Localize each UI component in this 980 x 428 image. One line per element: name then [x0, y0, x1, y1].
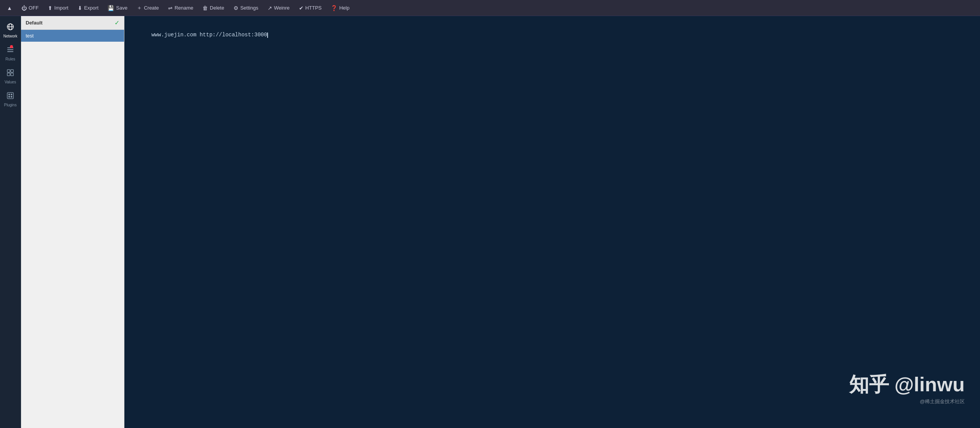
- svg-rect-4: [7, 49, 13, 50]
- rule-list-panel: Default ✓ test: [21, 16, 124, 428]
- watermark-main-text: 知乎 @linwu: [849, 371, 965, 398]
- svg-rect-10: [7, 93, 13, 99]
- values-label: Values: [5, 80, 16, 84]
- rule-item-test-label: test: [26, 33, 34, 39]
- rule-item-test[interactable]: test: [21, 30, 124, 42]
- rule-list-checkmark: ✓: [114, 19, 119, 26]
- rename-icon: ⇌: [168, 5, 173, 11]
- watermark-sub-text: @稀土掘金技术社区: [849, 398, 965, 405]
- import-label: Import: [54, 5, 69, 11]
- save-label: Save: [116, 5, 127, 11]
- import-button[interactable]: ⬆ Import: [44, 3, 72, 13]
- sidebar: Network Rules Values: [0, 16, 21, 428]
- settings-label: Settings: [240, 5, 258, 11]
- svg-rect-8: [7, 73, 10, 76]
- export-label: Export: [84, 5, 99, 11]
- delete-label: Delete: [210, 5, 224, 11]
- svg-rect-12: [11, 94, 12, 95]
- weinre-button[interactable]: ↗ Weinre: [264, 3, 294, 13]
- weinre-label: Weinre: [274, 5, 290, 11]
- editor-text: www.juejin.com http://localhost:3000: [151, 32, 267, 38]
- help-label: Help: [339, 5, 350, 11]
- https-icon: ✔: [299, 5, 304, 11]
- https-button[interactable]: ✔ HTTPS: [295, 3, 326, 13]
- help-icon: ❓: [331, 5, 337, 11]
- svg-rect-7: [11, 70, 13, 72]
- rule-list-title: Default: [26, 20, 42, 26]
- power-label: OFF: [29, 5, 39, 11]
- plugins-label: Plugins: [4, 103, 17, 107]
- export-button[interactable]: ⬇ Export: [74, 3, 103, 13]
- import-icon: ⬆: [48, 5, 52, 11]
- export-icon: ⬇: [78, 5, 82, 11]
- delete-icon: 🗑: [203, 5, 208, 11]
- rename-label: Rename: [175, 5, 193, 11]
- rules-badge: [10, 45, 13, 48]
- svg-rect-14: [11, 96, 12, 98]
- rename-button[interactable]: ⇌ Rename: [164, 3, 197, 13]
- help-button[interactable]: ❓ Help: [327, 3, 353, 13]
- create-label: Create: [144, 5, 159, 11]
- svg-rect-13: [8, 96, 10, 98]
- sidebar-item-network[interactable]: Network: [0, 19, 21, 42]
- editor-area[interactable]: www.juejin.com http://localhost:3000 知乎 …: [124, 16, 980, 428]
- sidebar-item-rules[interactable]: Rules: [0, 42, 21, 65]
- sidebar-item-values[interactable]: Values: [0, 65, 21, 88]
- create-button[interactable]: ＋ Create: [133, 3, 163, 13]
- settings-button[interactable]: ⚙ Settings: [230, 3, 262, 13]
- plugins-icon: [7, 92, 14, 101]
- svg-rect-5: [7, 51, 13, 52]
- delete-button[interactable]: 🗑 Delete: [199, 3, 228, 13]
- values-icon: [7, 69, 14, 78]
- power-icon: ⏻: [21, 5, 27, 11]
- save-button[interactable]: 💾 Save: [104, 3, 131, 13]
- rule-list-header: Default ✓: [21, 16, 124, 30]
- svg-rect-11: [8, 94, 10, 95]
- expand-icon: ▲: [7, 5, 12, 11]
- network-icon: [7, 23, 14, 33]
- https-label: HTTPS: [305, 5, 322, 11]
- network-label: Network: [3, 34, 18, 38]
- editor-content[interactable]: www.juejin.com http://localhost:3000: [124, 16, 980, 54]
- create-icon: ＋: [137, 5, 142, 11]
- settings-icon: ⚙: [234, 5, 238, 11]
- rules-label: Rules: [5, 57, 15, 61]
- sidebar-item-plugins[interactable]: Plugins: [0, 88, 21, 111]
- main-area: Network Rules Values: [0, 16, 980, 428]
- power-button[interactable]: ⏻ OFF: [18, 3, 42, 13]
- save-icon: 💾: [108, 5, 114, 11]
- svg-rect-6: [7, 70, 10, 72]
- expand-button[interactable]: ▲: [3, 3, 16, 13]
- svg-rect-9: [11, 73, 13, 76]
- toolbar: ▲ ⏻ OFF ⬆ Import ⬇ Export 💾 Save ＋ Creat…: [0, 0, 980, 16]
- text-cursor: [267, 33, 268, 38]
- watermark: 知乎 @linwu @稀土掘金技术社区: [849, 371, 965, 405]
- weinre-icon: ↗: [268, 5, 272, 11]
